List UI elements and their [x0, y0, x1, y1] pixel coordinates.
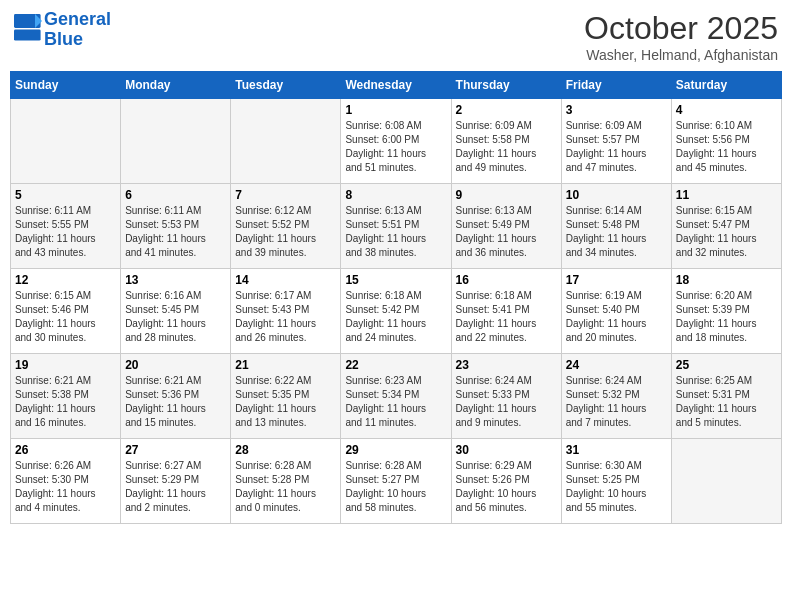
day-info: Sunrise: 6:17 AM Sunset: 5:43 PM Dayligh… [235, 289, 336, 345]
calendar-cell: 11Sunrise: 6:15 AM Sunset: 5:47 PM Dayli… [671, 184, 781, 269]
page-header: General Blue October 2025 Washer, Helman… [10, 10, 782, 63]
day-number: 9 [456, 188, 557, 202]
day-info: Sunrise: 6:20 AM Sunset: 5:39 PM Dayligh… [676, 289, 777, 345]
calendar-week-3: 12Sunrise: 6:15 AM Sunset: 5:46 PM Dayli… [11, 269, 782, 354]
calendar-cell: 9Sunrise: 6:13 AM Sunset: 5:49 PM Daylig… [451, 184, 561, 269]
day-number: 14 [235, 273, 336, 287]
day-info: Sunrise: 6:23 AM Sunset: 5:34 PM Dayligh… [345, 374, 446, 430]
calendar-cell [231, 99, 341, 184]
day-number: 12 [15, 273, 116, 287]
calendar-cell: 2Sunrise: 6:09 AM Sunset: 5:58 PM Daylig… [451, 99, 561, 184]
day-info: Sunrise: 6:21 AM Sunset: 5:38 PM Dayligh… [15, 374, 116, 430]
day-info: Sunrise: 6:13 AM Sunset: 5:51 PM Dayligh… [345, 204, 446, 260]
calendar-cell [121, 99, 231, 184]
calendar-cell: 28Sunrise: 6:28 AM Sunset: 5:28 PM Dayli… [231, 439, 341, 524]
weekday-header-thursday: Thursday [451, 72, 561, 99]
day-info: Sunrise: 6:29 AM Sunset: 5:26 PM Dayligh… [456, 459, 557, 515]
day-info: Sunrise: 6:15 AM Sunset: 5:47 PM Dayligh… [676, 204, 777, 260]
calendar-cell: 17Sunrise: 6:19 AM Sunset: 5:40 PM Dayli… [561, 269, 671, 354]
day-info: Sunrise: 6:21 AM Sunset: 5:36 PM Dayligh… [125, 374, 226, 430]
calendar-week-1: 1Sunrise: 6:08 AM Sunset: 6:00 PM Daylig… [11, 99, 782, 184]
calendar-cell: 23Sunrise: 6:24 AM Sunset: 5:33 PM Dayli… [451, 354, 561, 439]
calendar-cell: 22Sunrise: 6:23 AM Sunset: 5:34 PM Dayli… [341, 354, 451, 439]
calendar-cell: 7Sunrise: 6:12 AM Sunset: 5:52 PM Daylig… [231, 184, 341, 269]
title-block: October 2025 Washer, Helmand, Afghanista… [584, 10, 778, 63]
day-info: Sunrise: 6:13 AM Sunset: 5:49 PM Dayligh… [456, 204, 557, 260]
day-number: 16 [456, 273, 557, 287]
calendar-cell [671, 439, 781, 524]
weekday-header-monday: Monday [121, 72, 231, 99]
calendar-table: SundayMondayTuesdayWednesdayThursdayFrid… [10, 71, 782, 524]
day-number: 19 [15, 358, 116, 372]
day-number: 6 [125, 188, 226, 202]
weekday-header-friday: Friday [561, 72, 671, 99]
day-info: Sunrise: 6:30 AM Sunset: 5:25 PM Dayligh… [566, 459, 667, 515]
calendar-cell: 15Sunrise: 6:18 AM Sunset: 5:42 PM Dayli… [341, 269, 451, 354]
calendar-cell: 31Sunrise: 6:30 AM Sunset: 5:25 PM Dayli… [561, 439, 671, 524]
day-number: 2 [456, 103, 557, 117]
day-info: Sunrise: 6:16 AM Sunset: 5:45 PM Dayligh… [125, 289, 226, 345]
calendar-cell: 4Sunrise: 6:10 AM Sunset: 5:56 PM Daylig… [671, 99, 781, 184]
calendar-cell: 30Sunrise: 6:29 AM Sunset: 5:26 PM Dayli… [451, 439, 561, 524]
weekday-header-saturday: Saturday [671, 72, 781, 99]
calendar-cell: 8Sunrise: 6:13 AM Sunset: 5:51 PM Daylig… [341, 184, 451, 269]
weekday-header-row: SundayMondayTuesdayWednesdayThursdayFrid… [11, 72, 782, 99]
day-info: Sunrise: 6:11 AM Sunset: 5:55 PM Dayligh… [15, 204, 116, 260]
day-number: 26 [15, 443, 116, 457]
day-number: 10 [566, 188, 667, 202]
day-number: 1 [345, 103, 446, 117]
day-info: Sunrise: 6:19 AM Sunset: 5:40 PM Dayligh… [566, 289, 667, 345]
day-info: Sunrise: 6:14 AM Sunset: 5:48 PM Dayligh… [566, 204, 667, 260]
day-info: Sunrise: 6:22 AM Sunset: 5:35 PM Dayligh… [235, 374, 336, 430]
day-number: 20 [125, 358, 226, 372]
calendar-cell: 19Sunrise: 6:21 AM Sunset: 5:38 PM Dayli… [11, 354, 121, 439]
day-number: 29 [345, 443, 446, 457]
weekday-header-wednesday: Wednesday [341, 72, 451, 99]
calendar-week-5: 26Sunrise: 6:26 AM Sunset: 5:30 PM Dayli… [11, 439, 782, 524]
weekday-header-tuesday: Tuesday [231, 72, 341, 99]
day-info: Sunrise: 6:18 AM Sunset: 5:41 PM Dayligh… [456, 289, 557, 345]
calendar-cell: 1Sunrise: 6:08 AM Sunset: 6:00 PM Daylig… [341, 99, 451, 184]
day-number: 11 [676, 188, 777, 202]
calendar-cell: 18Sunrise: 6:20 AM Sunset: 5:39 PM Dayli… [671, 269, 781, 354]
calendar-cell: 27Sunrise: 6:27 AM Sunset: 5:29 PM Dayli… [121, 439, 231, 524]
day-number: 3 [566, 103, 667, 117]
day-number: 15 [345, 273, 446, 287]
day-number: 27 [125, 443, 226, 457]
day-info: Sunrise: 6:25 AM Sunset: 5:31 PM Dayligh… [676, 374, 777, 430]
day-info: Sunrise: 6:08 AM Sunset: 6:00 PM Dayligh… [345, 119, 446, 175]
calendar-cell: 6Sunrise: 6:11 AM Sunset: 5:53 PM Daylig… [121, 184, 231, 269]
day-number: 4 [676, 103, 777, 117]
day-number: 8 [345, 188, 446, 202]
day-info: Sunrise: 6:26 AM Sunset: 5:30 PM Dayligh… [15, 459, 116, 515]
day-info: Sunrise: 6:24 AM Sunset: 5:32 PM Dayligh… [566, 374, 667, 430]
calendar-week-4: 19Sunrise: 6:21 AM Sunset: 5:38 PM Dayli… [11, 354, 782, 439]
day-number: 5 [15, 188, 116, 202]
day-number: 17 [566, 273, 667, 287]
calendar-cell: 12Sunrise: 6:15 AM Sunset: 5:46 PM Dayli… [11, 269, 121, 354]
calendar-cell [11, 99, 121, 184]
month-title: October 2025 [584, 10, 778, 47]
calendar-cell: 20Sunrise: 6:21 AM Sunset: 5:36 PM Dayli… [121, 354, 231, 439]
day-number: 7 [235, 188, 336, 202]
calendar-cell: 21Sunrise: 6:22 AM Sunset: 5:35 PM Dayli… [231, 354, 341, 439]
calendar-week-2: 5Sunrise: 6:11 AM Sunset: 5:55 PM Daylig… [11, 184, 782, 269]
logo-text: General Blue [44, 10, 111, 50]
calendar-cell: 3Sunrise: 6:09 AM Sunset: 5:57 PM Daylig… [561, 99, 671, 184]
day-info: Sunrise: 6:28 AM Sunset: 5:27 PM Dayligh… [345, 459, 446, 515]
calendar-cell: 29Sunrise: 6:28 AM Sunset: 5:27 PM Dayli… [341, 439, 451, 524]
day-info: Sunrise: 6:11 AM Sunset: 5:53 PM Dayligh… [125, 204, 226, 260]
weekday-header-sunday: Sunday [11, 72, 121, 99]
day-number: 24 [566, 358, 667, 372]
svg-rect-1 [14, 29, 41, 40]
day-number: 30 [456, 443, 557, 457]
location: Washer, Helmand, Afghanistan [584, 47, 778, 63]
day-info: Sunrise: 6:27 AM Sunset: 5:29 PM Dayligh… [125, 459, 226, 515]
calendar-cell: 24Sunrise: 6:24 AM Sunset: 5:32 PM Dayli… [561, 354, 671, 439]
day-info: Sunrise: 6:09 AM Sunset: 5:58 PM Dayligh… [456, 119, 557, 175]
day-number: 21 [235, 358, 336, 372]
day-info: Sunrise: 6:28 AM Sunset: 5:28 PM Dayligh… [235, 459, 336, 515]
calendar-cell: 10Sunrise: 6:14 AM Sunset: 5:48 PM Dayli… [561, 184, 671, 269]
calendar-cell: 14Sunrise: 6:17 AM Sunset: 5:43 PM Dayli… [231, 269, 341, 354]
day-number: 25 [676, 358, 777, 372]
